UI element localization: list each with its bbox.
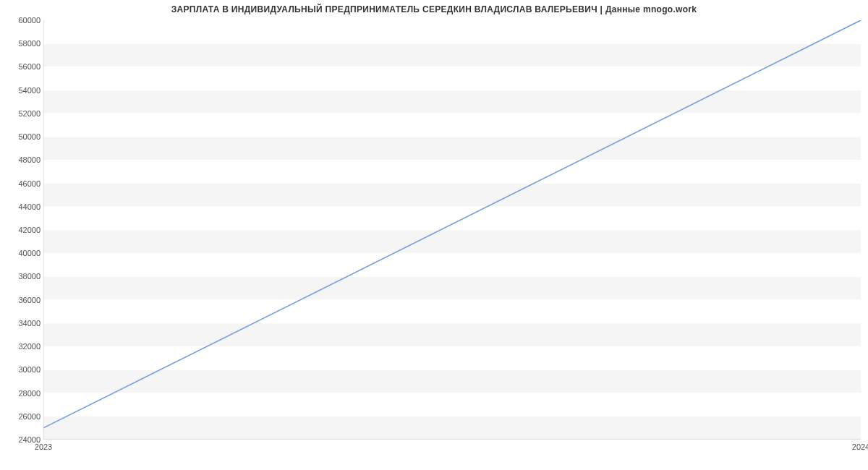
y-tick-label: 36000 (4, 296, 41, 304)
y-tick-label: 38000 (4, 272, 41, 281)
svg-rect-2 (43, 369, 861, 393)
chart-container: ЗАРПЛАТА В ИНДИВИДУАЛЬНЫЙ ПРЕДПРИНИМАТЕЛ… (0, 0, 868, 470)
chart-svg (43, 20, 861, 440)
svg-rect-10 (43, 184, 861, 207)
y-tick-label: 26000 (4, 412, 41, 421)
y-tick-label: 28000 (4, 389, 41, 398)
y-tick-label: 30000 (4, 365, 41, 374)
svg-rect-7 (43, 253, 861, 276)
y-tick-label: 32000 (4, 342, 41, 351)
y-tick-label: 52000 (4, 109, 41, 118)
svg-rect-5 (43, 300, 861, 323)
y-tick-label: 56000 (4, 62, 41, 71)
plot-area (43, 20, 861, 440)
y-tick-label: 34000 (4, 319, 41, 328)
svg-rect-4 (43, 323, 861, 346)
svg-rect-8 (43, 230, 861, 253)
y-tick-label: 50000 (4, 132, 41, 141)
y-tick-label: 40000 (4, 249, 41, 257)
svg-rect-13 (43, 114, 861, 137)
svg-rect-17 (43, 20, 861, 43)
svg-rect-0 (43, 416, 861, 440)
svg-rect-16 (43, 43, 861, 67)
y-tick-label: 58000 (4, 39, 41, 48)
y-tick-label: 46000 (4, 179, 41, 188)
y-tick-label: 60000 (4, 16, 41, 25)
chart-title: ЗАРПЛАТА В ИНДИВИДУАЛЬНЫЙ ПРЕДПРИНИМАТЕЛ… (0, 4, 868, 14)
y-tick-label: 44000 (4, 202, 41, 211)
y-tick-label: 42000 (4, 226, 41, 234)
svg-rect-15 (43, 67, 861, 90)
svg-rect-9 (43, 207, 861, 230)
y-tick-label: 48000 (4, 155, 41, 164)
svg-rect-1 (43, 393, 861, 416)
svg-rect-11 (43, 160, 861, 183)
y-tick-label: 54000 (4, 86, 41, 95)
svg-rect-14 (43, 90, 861, 114)
x-tick-label: 2024 (852, 443, 868, 451)
x-tick-label: 2023 (35, 443, 52, 451)
svg-rect-6 (43, 276, 861, 299)
svg-rect-12 (43, 137, 861, 160)
